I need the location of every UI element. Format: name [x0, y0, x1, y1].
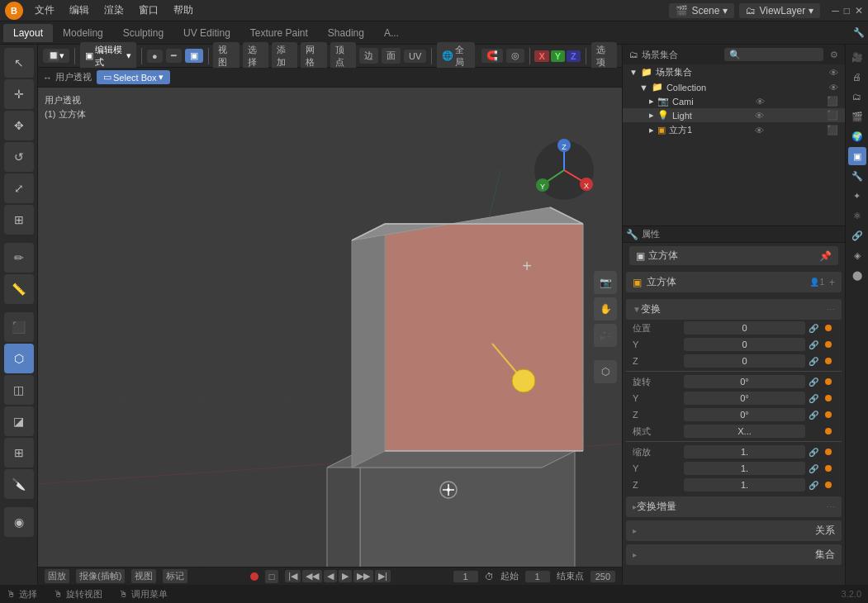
- x-orient-btn[interactable]: X: [534, 50, 548, 62]
- skip-end-btn[interactable]: ▶|: [375, 570, 391, 582]
- position-z-input[interactable]: 0: [684, 354, 805, 368]
- rotation-y-lock[interactable]: 🔗: [807, 394, 820, 403]
- tab-layout[interactable]: Layout: [3, 24, 53, 42]
- inset-btn[interactable]: ◫: [4, 375, 34, 405]
- modifier-props-btn[interactable]: 🔧: [848, 167, 866, 185]
- collections-header[interactable]: ▸ 集合: [626, 544, 842, 565]
- menu-window[interactable]: 窗口: [132, 2, 165, 19]
- annotate-tool-btn[interactable]: ✏: [4, 243, 34, 273]
- viewport-shading-btn[interactable]: ⬡: [594, 360, 617, 383]
- render-props-btn[interactable]: 🎥: [848, 48, 866, 66]
- proportional-btn[interactable]: ◎: [506, 49, 524, 63]
- cam-visibility-icon[interactable]: 👁: [756, 97, 765, 107]
- scale-tool-btn[interactable]: ⤢: [4, 173, 34, 203]
- transform-options-icon[interactable]: ⋯: [827, 305, 835, 314]
- position-y-lock[interactable]: 🔗: [807, 340, 820, 349]
- markers-btn[interactable]: 标记: [163, 569, 187, 583]
- mode-selector[interactable]: ▣ 编辑模式 ▾: [80, 42, 136, 70]
- step-back-btn[interactable]: ◀◀: [302, 570, 322, 582]
- play-back-btn[interactable]: ◀: [324, 570, 337, 582]
- pan-btn[interactable]: ✋: [594, 297, 617, 320]
- rotation-x-dot[interactable]: [822, 378, 835, 385]
- bevel-btn[interactable]: ◪: [4, 406, 34, 436]
- step-fwd-btn[interactable]: ▶▶: [353, 570, 373, 582]
- scene-selector[interactable]: 🎬 Scene ▾: [669, 3, 734, 18]
- scale-y-lock[interactable]: 🔗: [807, 464, 820, 473]
- knife-btn[interactable]: 🔪: [4, 469, 34, 499]
- rotation-z-input[interactable]: 0°: [684, 408, 805, 421]
- position-x-lock[interactable]: 🔗: [807, 324, 820, 333]
- scale-z-input[interactable]: 1.: [684, 478, 805, 491]
- smooth-btn[interactable]: ◉: [4, 507, 34, 537]
- data-props-btn[interactable]: ◈: [848, 246, 866, 264]
- scene-props-btn[interactable]: 🎬: [848, 107, 866, 126]
- rotation-z-lock[interactable]: 🔗: [807, 411, 820, 420]
- filter-icon[interactable]: ⚙: [830, 50, 838, 60]
- view-layer-selector[interactable]: 🗂 ViewLayer ▾: [739, 3, 820, 18]
- scale-y-input[interactable]: 1.: [684, 462, 805, 475]
- delta-transform-header[interactable]: ▸ 变换增量 ⋯: [626, 496, 842, 517]
- select-tool-btn[interactable]: ↖: [4, 48, 34, 78]
- tab-more[interactable]: A...: [374, 24, 409, 42]
- rotation-x-input[interactable]: 0°: [684, 375, 805, 388]
- start-frame-input[interactable]: 1: [525, 571, 550, 582]
- viewport-gizmo[interactable]: Z X Y: [531, 137, 597, 203]
- mode-dot[interactable]: [822, 428, 835, 434]
- delta-options[interactable]: ⋯: [827, 502, 835, 511]
- position-x-input[interactable]: 0: [684, 321, 805, 335]
- scale-x-dot[interactable]: [822, 449, 835, 455]
- end-frame-input[interactable]: 250: [591, 571, 615, 582]
- new-datablock-icon[interactable]: +: [829, 277, 835, 288]
- obj-name-label[interactable]: 立方体: [647, 275, 804, 289]
- outliner-collection[interactable]: ▼ 📁 Collection 👁: [623, 80, 845, 94]
- position-z-dot[interactable]: [822, 358, 835, 364]
- y-orient-btn[interactable]: Y: [551, 50, 565, 62]
- visibility-icon[interactable]: 👁: [829, 68, 838, 78]
- position-y-dot[interactable]: [822, 341, 835, 348]
- tab-modeling[interactable]: Modeling: [53, 24, 113, 42]
- vertex-menu[interactable]: 顶点: [330, 42, 356, 70]
- constraints-props-btn[interactable]: 🔗: [848, 226, 866, 245]
- position-y-input[interactable]: 0: [684, 338, 805, 351]
- tab-texture-paint[interactable]: Texture Paint: [240, 24, 318, 42]
- cube-render-icon[interactable]: ⬛: [827, 125, 838, 135]
- add-cube-btn[interactable]: ⬛: [4, 312, 34, 342]
- 3d-viewport[interactable]: + 用户透视 (1) 立方体 Z X: [38, 88, 622, 567]
- position-z-lock[interactable]: 🔗: [807, 357, 820, 366]
- select-menu[interactable]: 选择: [243, 42, 268, 70]
- snap-btn[interactable]: 🧲: [481, 49, 503, 63]
- cursor-tool-btn[interactable]: ✛: [4, 79, 34, 109]
- face-select-btn[interactable]: ▣: [185, 49, 203, 63]
- particles-props-btn[interactable]: ✦: [848, 187, 866, 205]
- global-local-btn[interactable]: 🌐 全局: [437, 42, 474, 70]
- select-box-button[interactable]: ▭ Select Box ▾: [97, 70, 170, 84]
- pin-icon[interactable]: 📌: [819, 250, 832, 262]
- view-menu[interactable]: 视图: [213, 42, 239, 70]
- physics-props-btn[interactable]: ⚛: [848, 207, 866, 225]
- outliner-light[interactable]: ▸ 💡 Light 👁 ⬛: [623, 108, 845, 122]
- scale-y-dot[interactable]: [822, 465, 835, 472]
- world-props-btn[interactable]: 🌍: [848, 127, 866, 145]
- cube-visibility-icon[interactable]: 👁: [755, 126, 764, 135]
- relations-header[interactable]: ▸ 关系: [626, 520, 842, 541]
- move-tool-btn[interactable]: ✥: [4, 111, 34, 140]
- outliner-cube[interactable]: ▸ ▣ 立方1 👁 ⬛: [623, 122, 845, 138]
- outliner-camera[interactable]: ▸ 📷 Cami 👁 ⬛: [623, 94, 845, 108]
- transform-header[interactable]: ▼ 变换 ⋯: [626, 299, 842, 320]
- mesh-menu[interactable]: 网格: [301, 42, 326, 70]
- scale-z-dot[interactable]: [822, 482, 835, 488]
- output-props-btn[interactable]: 🖨: [848, 68, 866, 86]
- measure-tool-btn[interactable]: 📏: [4, 274, 34, 304]
- scale-x-input[interactable]: 1.: [684, 445, 805, 458]
- blender-logo[interactable]: B: [5, 2, 23, 20]
- record-btn[interactable]: [250, 572, 259, 581]
- rotation-y-dot[interactable]: [822, 395, 835, 401]
- skip-start-btn[interactable]: |◀: [285, 570, 301, 582]
- rotate-tool-btn[interactable]: ↺: [4, 142, 34, 172]
- view-tl-btn[interactable]: 视图: [131, 569, 156, 583]
- camera-view-btn[interactable]: 📷: [594, 271, 617, 294]
- edge-menu[interactable]: 边: [359, 48, 378, 64]
- rotation-y-input[interactable]: 0°: [684, 392, 805, 405]
- playback-btn[interactable]: 固放: [45, 569, 69, 583]
- fly-btn[interactable]: 🎥: [594, 324, 617, 347]
